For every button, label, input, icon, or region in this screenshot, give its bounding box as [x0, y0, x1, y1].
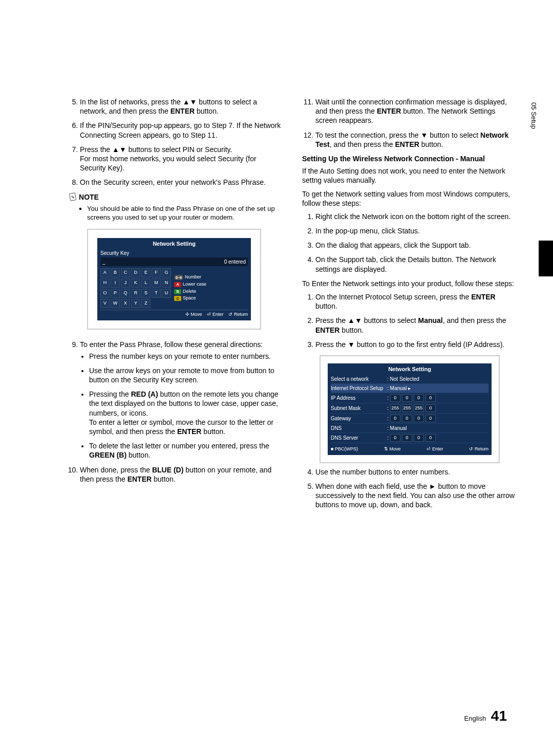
page-language-label: English	[464, 715, 486, 722]
green-b-label: GREEN (B)	[89, 451, 126, 459]
up-down-arrows-icon: ▲▼	[183, 98, 197, 106]
bullet-4: To delete the last letter or number you …	[89, 441, 282, 460]
page-number-value: 41	[491, 708, 507, 724]
green-b-badge-icon: B	[174, 289, 181, 294]
enter-label: ENTER	[471, 293, 495, 301]
footer-move: Move	[389, 446, 400, 451]
key[interactable]: H	[100, 278, 110, 288]
bullet-2: Use the arrow keys on your remote to mov…	[89, 366, 282, 384]
row-value[interactable]: : 0000	[387, 394, 436, 402]
text: button.	[419, 140, 443, 148]
key[interactable]: R	[131, 289, 140, 298]
step-10: When done, press the BLUE (D) button on …	[80, 465, 282, 484]
text: button.	[195, 107, 219, 115]
row-value: : Not Selected	[387, 376, 419, 382]
updown-icon: ⇅	[384, 446, 390, 451]
text: button to select	[428, 131, 480, 139]
key[interactable]: M	[152, 278, 161, 288]
manual-label: Manual	[418, 316, 442, 325]
up-down-arrows-icon: ▲▼	[112, 145, 126, 154]
key[interactable]: J	[121, 278, 130, 288]
row-value[interactable]: : 0000	[387, 415, 436, 422]
text: button.	[339, 326, 364, 334]
note-item: You should be able to find the Pass Phra…	[87, 205, 282, 222]
enter-icon: ⏎	[427, 446, 432, 451]
row-value: : Manual	[387, 425, 407, 431]
step-7: Press the ▲▼ buttons to select PIN or Se…	[80, 145, 282, 173]
row-value[interactable]: : Manual▸	[387, 385, 411, 392]
row-label: Subnet Mask	[331, 405, 387, 412]
text: , and then press the	[330, 140, 395, 148]
key[interactable]: Z	[141, 299, 151, 308]
key[interactable]: D	[131, 268, 140, 277]
key[interactable]: X	[121, 299, 130, 308]
get-values-step-4: On the Support tab, click the Details bu…	[315, 255, 517, 273]
section-tab: 05 Setup	[529, 102, 538, 129]
key[interactable]: N	[162, 278, 171, 288]
key[interactable]: E	[141, 268, 151, 277]
key[interactable]: F	[152, 268, 161, 277]
enter-label: ENTER	[177, 427, 201, 436]
key[interactable]: L	[141, 278, 151, 288]
red-a-badge-icon: A	[174, 282, 181, 287]
key[interactable]: S	[141, 289, 151, 298]
key[interactable]: Y	[131, 299, 140, 308]
footer-return: Return	[475, 446, 488, 451]
key[interactable]: C	[121, 268, 130, 277]
thumb-tab	[539, 241, 553, 276]
footer-return: Return	[234, 312, 248, 317]
row-value[interactable]: : 2552552550	[387, 404, 436, 412]
enter-step-5: When done with each field, use the ► but…	[315, 482, 517, 510]
text: On the Internet Protocol Setup screen, p…	[315, 293, 471, 301]
paragraph: To get the Network setting values from m…	[302, 189, 517, 208]
key[interactable]: I	[111, 278, 120, 288]
key[interactable]: P	[111, 289, 120, 298]
text: Press the	[80, 145, 112, 154]
enter-label: ENTER	[377, 107, 401, 115]
keyboard-legend: 0~9Number ALower case BDelete CSpace	[174, 268, 206, 308]
osd-subtitle: Security Key	[100, 250, 248, 256]
text: Pressing the	[89, 390, 131, 398]
step-9: To enter the Pass Phrase, follow these g…	[80, 340, 282, 460]
figure-security-key: Network Setting Security Key _ 0 entered…	[87, 229, 261, 330]
key[interactable]: V	[100, 299, 110, 308]
text: button to go to the first entry field (I…	[355, 340, 504, 349]
return-icon: ↺	[228, 312, 234, 317]
enter-step-1: On the Internet Protocol Setup screen, p…	[315, 292, 517, 311]
row-label: DNS	[331, 425, 387, 431]
osd-title: Network Setting	[331, 365, 488, 373]
step-5: In the list of networks, press the ▲▼ bu…	[80, 97, 282, 116]
text: Press the	[315, 316, 348, 325]
text: , and then press the	[443, 316, 506, 325]
enter-label: ENTER	[171, 107, 195, 115]
bullet-1: Press the number keys on your remote to …	[89, 352, 282, 361]
note-list: You should be able to find the Pass Phra…	[77, 205, 282, 222]
step-12: To test the connection, press the ▼ butt…	[315, 131, 517, 149]
right-column: Wait until the connection confirmation m…	[302, 97, 517, 515]
key[interactable]: K	[131, 278, 140, 288]
entered-count: 0 entered	[224, 258, 246, 265]
key[interactable]: W	[111, 299, 120, 308]
osd-title: Network Setting	[100, 240, 248, 247]
row-label: Internet Protocol Setup	[331, 385, 387, 392]
key[interactable]: U	[162, 289, 171, 298]
text: In the list of networks, press the	[80, 98, 183, 106]
key[interactable]: O	[100, 289, 110, 298]
key[interactable]: Q	[121, 289, 130, 298]
key[interactable]: T	[152, 289, 161, 298]
left-column: In the list of networks, press the ▲▼ bu…	[67, 97, 282, 489]
enter-step-3: Press the ▼ button to go to the first en…	[315, 340, 517, 349]
step-6: If the PIN/Security pop-up appears, go t…	[80, 121, 282, 139]
key[interactable]: A	[100, 268, 110, 277]
legend-space: Space	[183, 295, 196, 301]
row-value[interactable]: : 0000	[387, 434, 436, 442]
text: button.	[315, 302, 337, 310]
paragraph: If the Auto Setting does not work, you n…	[302, 166, 517, 185]
key[interactable]: G	[162, 268, 171, 277]
subheading-manual: Setting Up the Wireless Network Connecti…	[302, 154, 517, 163]
text: To test the connection, press the	[315, 131, 420, 139]
key[interactable]: B	[111, 268, 120, 277]
text: To enter the Pass Phrase, follow these g…	[80, 340, 263, 349]
legend-number: Number	[185, 274, 201, 280]
row-label: Gateway	[331, 415, 387, 422]
